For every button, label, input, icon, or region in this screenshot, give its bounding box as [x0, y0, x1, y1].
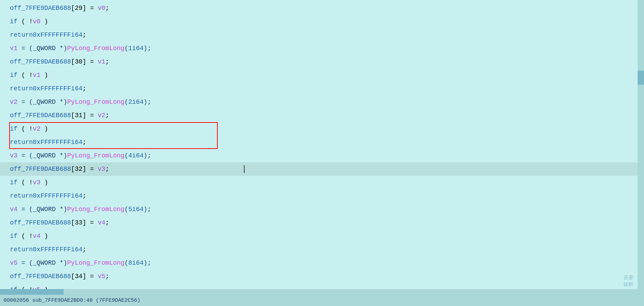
code-line: v3 = (_QWORD *)PyLong_FromLong(4i64); [0, 149, 644, 162]
horizontal-scrollbar-track[interactable] [0, 289, 638, 295]
vertical-scrollbar-thumb[interactable] [638, 71, 644, 85]
code-line: off_7FFE9DAEB688[30] = v1; [0, 55, 644, 68]
code-line: return 0xFFFFFFFFi64; [0, 136, 644, 149]
code-line: v4 = (_QWORD *)PyLong_FromLong(5i64); [0, 203, 644, 216]
code-line: v5 = (_QWORD *)PyLong_FromLong(8i64); [0, 256, 644, 270]
code-line: v2 = (_QWORD *)PyLong_FromLong(2i64); [0, 95, 644, 109]
code-line: off_7FFE9DAEB688[29] = v0; [0, 1, 644, 15]
code-line: if ( !v2 ) [0, 122, 644, 136]
text-cursor [244, 165, 245, 173]
status-text: 00002056 sub_7FFE9DAE2BD0:40 (7FFE9DAE2C… [4, 298, 140, 304]
code-line: return 0xFFFFFFFFi64; [0, 28, 644, 42]
code-line: off_7FFE9DAEB688[32] = v3; [0, 162, 644, 176]
code-line: return 0xFFFFFFFFi64; [0, 82, 644, 95]
vertical-scrollbar-track[interactable] [638, 0, 644, 306]
code-line: if ( !v0 ) [0, 15, 644, 28]
code-line: v1 = (_QWORD *)PyLong_FromLong(1i64); [0, 42, 644, 55]
horizontal-scrollbar-thumb[interactable] [0, 289, 64, 295]
watermark: 吾爱 破解 [623, 275, 633, 288]
code-line: off_7FFE9DAEB688[33] = v4; [0, 216, 644, 229]
code-line: off_7FFE9DAEB688[31] = v2; [0, 109, 644, 122]
code-lines: off_7FFE9DAEB688[29] = v0;if ( !v0 ) ret… [0, 0, 644, 296]
code-line: if ( !v4 ) [0, 229, 644, 243]
code-line: return 0xFFFFFFFFi64; [0, 189, 644, 203]
code-line: if ( !v3 ) [0, 176, 644, 189]
status-bar: 00002056 sub_7FFE9DAE2BD0:40 (7FFE9DAE2C… [0, 295, 644, 306]
code-line: return 0xFFFFFFFFi64; [0, 243, 644, 256]
code-line: if ( !v1 ) [0, 68, 644, 82]
code-area: off_7FFE9DAEB688[29] = v0;if ( !v0 ) ret… [0, 0, 644, 306]
code-line: off_7FFE9DAEB688[34] = v5; [0, 270, 644, 283]
